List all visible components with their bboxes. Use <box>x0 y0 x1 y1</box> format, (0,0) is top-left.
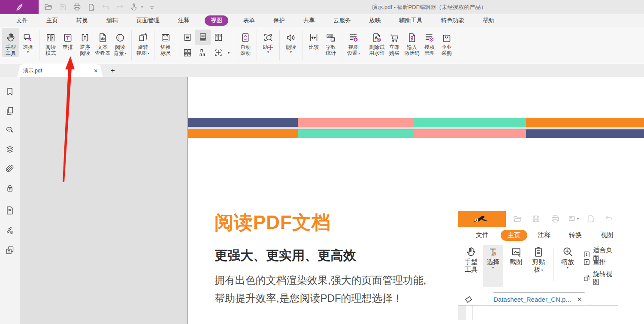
buy-now-button[interactable]: 立即 购买 <box>386 28 403 57</box>
word-count-label: 字数 统计 <box>326 44 336 56</box>
speaker-icon <box>285 31 296 44</box>
mini-hand-tool: 手型 工具 <box>461 246 481 273</box>
open-file-icon[interactable] <box>44 3 53 12</box>
mini-mail-icon <box>568 214 577 224</box>
pdf-page[interactable]: 阅读PDF文档 更强大、更实用、更高效 拥有出色的文档渲染效果,强大的页面管理功… <box>187 77 644 324</box>
reflow-button[interactable]: 重排 <box>59 28 76 51</box>
layers-panel-icon[interactable] <box>5 144 15 155</box>
single-page-view-button[interactable] <box>180 30 195 45</box>
compare-panel-icon[interactable] <box>5 245 15 255</box>
tab-close-icon[interactable]: ✕ <box>94 68 98 74</box>
menu-edit[interactable]: 编辑 <box>103 15 121 26</box>
text-viewer-label: 文本 查看器 <box>95 44 110 56</box>
mini-select-caret-icon: ▾ <box>492 266 494 270</box>
attachments-panel-icon[interactable] <box>5 164 15 174</box>
cart-icon <box>389 31 400 44</box>
shopping-bag-icon <box>441 31 452 44</box>
save-icon[interactable] <box>58 3 67 12</box>
rotate-view-label: 旋转 视图 <box>136 44 148 56</box>
view-settings-icon <box>348 31 359 44</box>
enterprise-purchase-button[interactable]: 企业 采购 <box>438 28 455 57</box>
new-tab-button[interactable]: + <box>108 65 118 76</box>
fields-panel-icon[interactable] <box>5 205 15 216</box>
book-icon <box>45 31 56 44</box>
mini-zoom-label: 缩放 <box>561 258 574 266</box>
mini-menu-bar: 文件 主页 注释 转换 视图 <box>458 229 618 242</box>
touch-mode-caret-icon[interactable]: ▾ <box>141 5 143 9</box>
menu-form[interactable]: 表单 <box>240 15 258 26</box>
menu-share[interactable]: 共享 <box>300 15 318 26</box>
split-view-button[interactable] <box>211 45 226 60</box>
signatures-panel-icon[interactable] <box>5 225 15 235</box>
hand-tool-button[interactable]: 手型 工具 <box>2 28 19 57</box>
customize-toolbar-icon[interactable] <box>148 4 155 11</box>
license-manage-button[interactable]: 授权 管理 <box>421 28 438 57</box>
mini-print-icon <box>550 214 560 224</box>
word-count-button[interactable]: AB 字数 统计 <box>322 28 339 57</box>
menu-home[interactable]: 主页 <box>43 15 61 26</box>
mini-menu-convert: 转换 <box>569 231 582 239</box>
toggle-ruler-label: 切换 标尺 <box>160 44 171 56</box>
menu-protect[interactable]: 保护 <box>270 15 288 26</box>
mini-snapshot-tool: 截图 <box>506 246 526 266</box>
document-tab[interactable]: 演示.pdf ✕ <box>17 64 103 77</box>
undo-icon[interactable] <box>101 3 110 12</box>
app-logo[interactable] <box>0 0 39 14</box>
menu-help[interactable]: 帮助 <box>479 15 498 26</box>
read-background-button[interactable]: 阅读 背景▾ <box>112 28 129 57</box>
page-thumbnails-panel-icon[interactable] <box>5 106 15 116</box>
auto-scroll-button[interactable]: 自动 滚动 <box>237 28 254 57</box>
activation-code-button[interactable]: 输入 激活码 <box>403 28 421 57</box>
split-view-caret-icon[interactable]: ▾ <box>228 51 230 55</box>
mini-select-tool: 选择 ▾ <box>483 245 503 287</box>
mini-hand-label: 手型 工具 <box>465 258 478 273</box>
mini-mail-caret-icon: ▾ <box>577 217 579 221</box>
rotate-view-button[interactable]: 旋转 视图▾ <box>134 28 151 57</box>
continuous-view-button[interactable] <box>195 30 211 45</box>
menu-page-manage[interactable]: 页面管理 <box>133 15 163 26</box>
menu-present[interactable]: 放映 <box>366 15 384 26</box>
compare-label: 比较 <box>308 44 319 50</box>
menu-file[interactable]: 文件 <box>13 15 31 26</box>
mini-rotate-view-label: 旋转视图 <box>593 270 618 286</box>
remove-trial-watermark-button[interactable]: A 删除试 用水印 <box>368 28 386 57</box>
bookmarks-panel-icon[interactable] <box>5 87 15 97</box>
quick-access-toolbar: ▾ <box>44 0 155 14</box>
read-mode-label: 阅读 模式 <box>45 44 56 56</box>
read-mode-button[interactable]: 阅读 模式 <box>42 28 59 57</box>
menu-accessibility[interactable]: 辅助工具 <box>396 15 426 26</box>
mini-highlighter-icon <box>464 295 474 305</box>
comments-panel-icon[interactable] <box>5 125 15 135</box>
menu-cloud[interactable]: 云服务 <box>330 15 354 26</box>
remove-watermark-label: 删除试 用水印 <box>369 44 384 56</box>
view-settings-button[interactable]: 视图 设置▾ <box>345 28 362 57</box>
mini-open-icon <box>513 214 522 224</box>
new-document-icon[interactable] <box>87 3 96 12</box>
read-aloud-button[interactable]: 朗读 ▾ <box>282 28 299 55</box>
stripe-r2-salmon <box>414 129 526 138</box>
menu-convert[interactable]: 转换 <box>73 15 91 26</box>
assistant-button[interactable]: 助手 ▾ <box>260 28 277 55</box>
toggle-ruler-button[interactable]: 切换 标尺 <box>157 28 174 57</box>
read-background-icon <box>115 31 126 44</box>
mini-reflow-icon <box>583 258 590 266</box>
select-tool-button[interactable]: 选择 ▾ <box>19 28 36 55</box>
word-count-icon: AB <box>325 31 336 44</box>
menu-features[interactable]: 特色功能 <box>438 15 468 26</box>
stripe-r2-mint <box>298 129 414 138</box>
reverse-read-button[interactable]: 逆序 阅读 <box>76 28 94 57</box>
compare-button[interactable]: 比较 <box>305 28 322 51</box>
foxit-quill-icon <box>14 2 25 12</box>
menu-view-active[interactable]: 视图 <box>205 15 228 26</box>
text-viewer-button[interactable]: 文本 查看器 <box>94 28 112 57</box>
view-settings-label: 视图 设置 <box>347 44 359 56</box>
compare-icon <box>308 31 319 44</box>
touch-mode-icon[interactable] <box>130 3 138 12</box>
facing-view-button[interactable] <box>211 30 226 45</box>
print-icon[interactable] <box>73 3 82 12</box>
menu-comment[interactable]: 注释 <box>175 15 193 26</box>
security-panel-icon[interactable] <box>5 183 15 193</box>
redo-icon[interactable] <box>115 3 124 12</box>
cover-facing-view-button[interactable] <box>195 45 211 60</box>
continuous-facing-view-button[interactable] <box>180 45 195 60</box>
